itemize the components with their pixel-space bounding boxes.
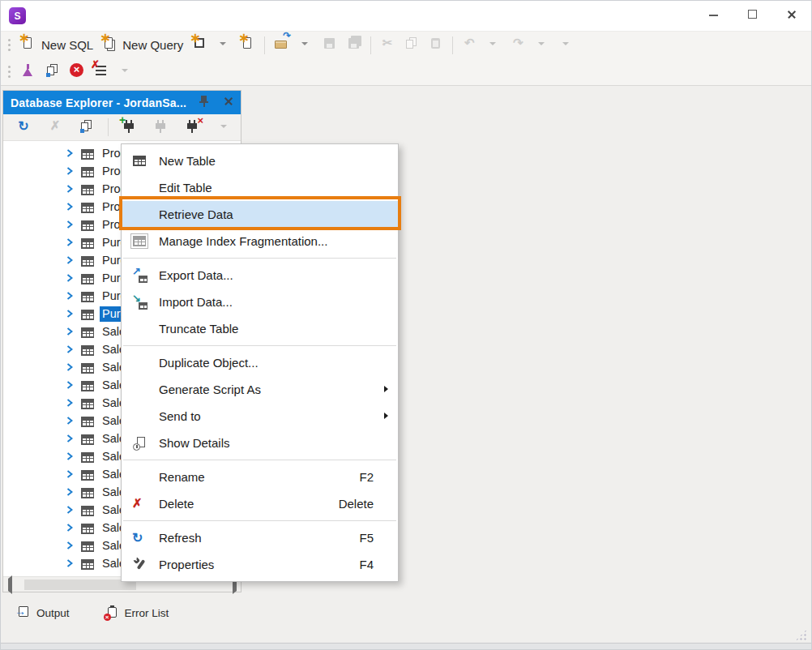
chevron-right-icon[interactable]: [66, 220, 73, 229]
toolbar-grip[interactable]: [5, 63, 13, 81]
caret-icon: [118, 62, 134, 79]
toolbar-button-error-lines[interactable]: ✗: [89, 60, 113, 83]
chevron-right-icon[interactable]: [66, 399, 73, 407]
toolbar-button-new-file[interactable]: ∗: [236, 33, 260, 57]
menu-item-retrieve-data[interactable]: Retrieve Data: [122, 201, 398, 228]
panel-header[interactable]: Database Explorer - JordanSa...: [3, 91, 241, 114]
scrollbar-thumb[interactable]: [24, 579, 136, 590]
toolbar-button-caret[interactable]: [293, 33, 318, 57]
explorer-toolbar-button-x-gray[interactable]: ✗: [43, 116, 67, 139]
chevron-right-icon[interactable]: [66, 434, 73, 443]
chevron-right-icon[interactable]: [66, 470, 73, 478]
details-icon: [132, 435, 148, 451]
connect-icon: +: [122, 118, 138, 135]
chevron-right-icon[interactable]: [66, 310, 73, 318]
toolbar-button-redo[interactable]: ↷: [506, 33, 530, 57]
toolbar-button-save[interactable]: [318, 33, 342, 57]
explorer-toolbar-button-cascade[interactable]: [75, 116, 99, 139]
table-icon: [80, 396, 95, 409]
minimize-button[interactable]: [694, 1, 733, 31]
chevron-right-icon[interactable]: [66, 363, 73, 371]
explorer-toolbar-button-connect[interactable]: +: [118, 116, 142, 139]
toolbar-button-cascade[interactable]: [41, 60, 65, 83]
chevron-right-icon[interactable]: [66, 203, 73, 211]
menu-tools[interactable]: [162, 1, 183, 32]
toolbar-button-paste[interactable]: [424, 33, 448, 57]
toolbar-button-copy[interactable]: [400, 33, 424, 57]
table-icon: [80, 218, 95, 231]
menu-edit[interactable]: [57, 1, 78, 32]
toolbar-grip[interactable]: [5, 36, 13, 54]
menu-help[interactable]: [204, 1, 225, 32]
menu-window[interactable]: [183, 1, 204, 32]
chevron-right-icon[interactable]: [66, 292, 73, 300]
menu-item-import-data[interactable]: ↘ Import Data...: [122, 289, 398, 315]
toolbar-button-save-all[interactable]: [342, 33, 366, 57]
menu-debug[interactable]: [141, 1, 162, 32]
menu-file[interactable]: [36, 1, 57, 32]
close-panel-button[interactable]: [216, 91, 241, 114]
menu-item-truncate-table[interactable]: Truncate Table: [122, 315, 398, 342]
chevron-right-icon[interactable]: [66, 381, 73, 389]
menu-comparison[interactable]: [120, 1, 141, 32]
toolbar-button-caret[interactable]: [113, 60, 138, 83]
menu-item-edit-table[interactable]: Edit Table: [122, 174, 398, 201]
toolbar-button-caret[interactable]: [481, 33, 506, 57]
toolbar-button-open-folder[interactable]: ↷: [269, 33, 293, 57]
menu-item-export-data[interactable]: ↗ Export Data...: [122, 262, 398, 289]
scroll-left-button[interactable]: [3, 578, 16, 591]
menu-item-duplicate-object[interactable]: Duplicate Object...: [122, 349, 398, 376]
chevron-right-icon[interactable]: [66, 185, 73, 193]
toolbar-button-cut[interactable]: ✂: [375, 33, 400, 57]
refresh-icon: ↻: [132, 530, 148, 546]
menu-item-label: Properties: [159, 558, 214, 571]
menu-database[interactable]: [99, 1, 120, 32]
chevron-right-icon[interactable]: [66, 488, 73, 496]
chevron-right-icon[interactable]: [66, 256, 73, 264]
close-button[interactable]: [772, 1, 811, 31]
menu-item-send-to[interactable]: Send to: [122, 403, 398, 430]
chevron-right-icon[interactable]: [66, 327, 73, 336]
toolbar-button-flask[interactable]: [16, 60, 41, 83]
menu-item-manage-index-fragmentation[interactable]: Manage Index Fragmentation...: [122, 228, 398, 254]
pin-panel-button[interactable]: [192, 91, 216, 114]
bottom-tab-output[interactable]: → Output: [12, 601, 73, 625]
maximize-button[interactable]: [733, 1, 772, 31]
menu-item-show-details[interactable]: Show Details: [122, 430, 398, 456]
menu-item-generate-script-as[interactable]: Generate Script As: [122, 376, 398, 403]
chevron-right-icon[interactable]: [66, 274, 73, 282]
explorer-toolbar-button-caret[interactable]: [212, 116, 237, 139]
toolbar-button-caret[interactable]: [530, 33, 554, 57]
window-resize-grip[interactable]: [795, 629, 807, 641]
menu-item-new-table[interactable]: New Table: [122, 148, 398, 174]
menu-item-delete[interactable]: ✗ Delete Delete: [122, 490, 398, 517]
toolbar-button-stop[interactable]: ×: [65, 60, 89, 83]
toolbar-button-new-query[interactable]: ∗ New Query: [97, 33, 187, 57]
chevron-right-icon[interactable]: [66, 417, 73, 425]
toolbar-button-caret[interactable]: [212, 33, 236, 57]
menu-item-properties[interactable]: Properties F4: [122, 551, 398, 578]
bottom-tab-error-list[interactable]: × Error List: [100, 601, 173, 625]
toolbar-button-new-sql[interactable]: ∗ New SQL: [16, 33, 97, 57]
chevron-right-icon[interactable]: [66, 238, 73, 246]
separator: [123, 460, 396, 460]
caret-icon: [534, 36, 550, 52]
explorer-toolbar-button-plug[interactable]: [149, 116, 173, 139]
explorer-toolbar-button-refresh[interactable]: ↻: [11, 116, 36, 139]
chevron-right-icon[interactable]: [66, 506, 73, 514]
caret-icon: [216, 118, 233, 135]
toolbar-button-undo[interactable]: ↶: [457, 33, 481, 57]
chevron-right-icon[interactable]: [66, 524, 73, 532]
menu-item-rename[interactable]: Rename F2: [122, 464, 398, 490]
toolbar-button-new-window[interactable]: ∗: [187, 33, 212, 57]
chevron-right-icon[interactable]: [66, 345, 73, 353]
chevron-right-icon[interactable]: [66, 559, 73, 567]
toolbar-button-caret[interactable]: [554, 33, 579, 57]
chevron-right-icon[interactable]: [66, 149, 73, 157]
chevron-right-icon[interactable]: [66, 452, 73, 460]
chevron-right-icon[interactable]: [66, 167, 73, 175]
menu-item-refresh[interactable]: ↻ Refresh F5: [122, 524, 398, 551]
chevron-right-icon[interactable]: [66, 541, 73, 550]
explorer-toolbar-button-disconnect[interactable]: ×: [181, 116, 205, 139]
menu-view[interactable]: [78, 1, 99, 32]
